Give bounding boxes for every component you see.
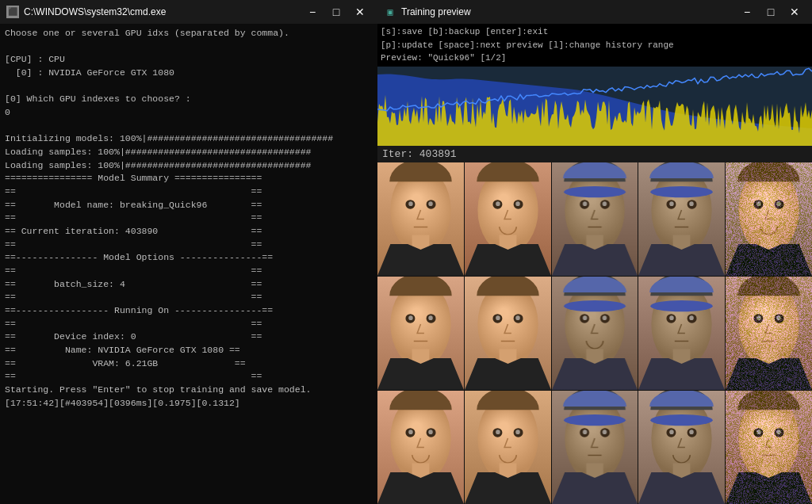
face-cell-0-1	[465, 162, 551, 276]
face-canvas-1-3	[638, 277, 725, 390]
face-canvas-2-3	[638, 391, 725, 504]
face-canvas-2-1	[465, 391, 551, 504]
face-canvas-1-1	[465, 277, 551, 390]
preview-window-controls: − □ ✕	[736, 4, 806, 20]
face-cell-0-3	[638, 162, 725, 276]
face-cell-0-2	[552, 162, 638, 276]
face-cell-1-2	[552, 277, 638, 390]
preview-maximize-button[interactable]: □	[760, 4, 782, 20]
face-canvas-2-0	[377, 391, 464, 504]
cmd-icon: ⬛	[6, 6, 19, 18]
preview-minimize-button[interactable]: −	[736, 4, 758, 20]
preview-title: Training preview	[401, 6, 471, 17]
keybindings-line1: [s]:save [b]:backup [enter]:exit	[381, 25, 809, 39]
face-canvas-2-2	[552, 391, 638, 504]
cmd-titlebar: ⬛ C:\WINDOWS\system32\cmd.exe − □ ✕	[0, 0, 377, 24]
cmd-close-button[interactable]: ✕	[349, 4, 371, 20]
face-cell-1-4	[726, 277, 812, 390]
face-cell-1-1	[465, 277, 551, 390]
preview-label: Preview: "Quick96" [1/2]	[381, 52, 809, 65]
face-cell-1-3	[638, 277, 725, 390]
keybindings-line2: [p]:update [space]:next preview [l]:chan…	[381, 39, 809, 52]
preview-close-button[interactable]: ✕	[783, 4, 806, 20]
face-cell-1-0	[377, 277, 464, 390]
face-cell-0-0	[377, 162, 464, 276]
face-cell-2-1	[465, 391, 551, 504]
face-canvas-0-0	[377, 162, 464, 276]
face-cell-2-4	[726, 391, 812, 504]
cmd-maximize-button[interactable]: □	[325, 4, 347, 20]
face-cell-2-0	[377, 391, 464, 504]
keybindings-area: [s]:save [b]:backup [enter]:exit [p]:upd…	[377, 24, 812, 67]
face-canvas-1-0	[377, 277, 464, 390]
face-canvas-0-1	[465, 162, 551, 276]
face-cell-0-4	[726, 162, 812, 276]
preview-titlebar: ▣ Training preview − □ ✕	[377, 0, 812, 24]
preview-window: ▣ Training preview − □ ✕ [s]:save [b]:ba…	[377, 0, 812, 504]
cmd-window-controls: − □ ✕	[301, 4, 371, 20]
face-canvas-1-4	[726, 277, 812, 390]
cmd-title: C:\WINDOWS\system32\cmd.exe	[24, 6, 166, 17]
face-canvas-2-4	[726, 391, 812, 504]
preview-icon: ▣	[384, 6, 396, 18]
cmd-output: Choose one or several GPU idxs (separate…	[0, 24, 377, 504]
iter-label: Iter: 403891	[382, 148, 457, 160]
cmd-minimize-button[interactable]: −	[301, 4, 324, 20]
training-chart	[377, 67, 812, 146]
face-canvas-1-2	[552, 277, 638, 390]
face-cell-2-3	[638, 391, 725, 504]
face-preview-grid	[377, 162, 812, 505]
face-canvas-0-4	[726, 162, 812, 276]
preview-content-area: [s]:save [b]:backup [enter]:exit [p]:upd…	[377, 24, 812, 504]
face-cell-2-2	[552, 391, 638, 504]
face-canvas-0-2	[552, 162, 638, 276]
iteration-display: Iter: 403891	[377, 146, 812, 162]
cmd-window: ⬛ C:\WINDOWS\system32\cmd.exe − □ ✕ Choo…	[0, 0, 377, 504]
face-canvas-0-3	[638, 162, 725, 276]
